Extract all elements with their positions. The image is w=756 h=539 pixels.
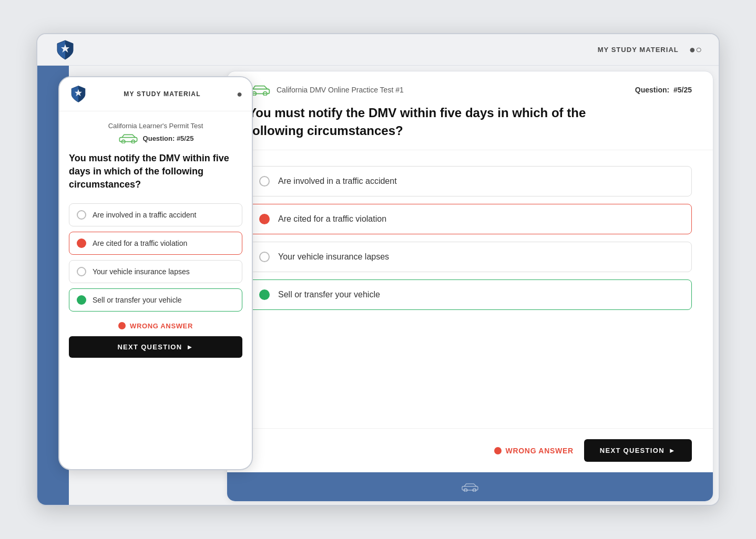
phone-radio-selected-wrong [77,239,86,248]
phone-answer-text-3: Your vehicle insurance lapses [93,267,190,276]
phone-radio-1 [77,210,86,220]
desktop-answer-option-2[interactable]: Are cited for a traffic violation [248,204,692,234]
phone-car-row: Question: #5/25 [69,133,242,143]
desktop-test-name-row: California DMV Online Practice Test #1 [248,84,404,96]
nav-study-material-label: MY STUDY MATERIAL [598,46,679,54]
desktop-radio-correct [259,289,270,300]
desktop-radio-1 [259,176,270,186]
desktop-radio-wrong [259,214,270,224]
desktop-quiz-panel: California DMV Online Practice Test #1 Q… [227,71,713,502]
phone-answer-option-4[interactable]: Sell or transfer your vehicle [69,288,242,312]
desktop-bottom-car-icon [461,482,479,492]
phone-user-icon[interactable]: ● [237,89,242,100]
desktop-next-question-button[interactable]: NEXT QUESTION ► [584,439,692,462]
desktop-question-num: #5/25 [673,86,692,94]
desktop-test-name-label: California DMV Online Practice Test #1 [277,86,404,94]
phone-radio-3 [77,267,86,276]
desktop-test-meta: California DMV Online Practice Test #1 Q… [248,84,692,96]
desktop-answer-text-1: Are involved in a traffic accident [278,177,397,186]
phone-answer-option-2[interactable]: Are cited for a traffic violation [69,232,242,255]
desktop-answer-text-3: Your vehicle insurance lapses [278,252,389,262]
phone-next-arrow-icon: ► [186,343,193,351]
phone-body: California Learner's Permit Test Questio… [59,111,252,368]
phone-test-name: California Learner's Permit Test [69,122,242,130]
desktop-answer-text-2: Are cited for a traffic violation [278,214,386,224]
phone-wrong-answer-indicator: WRONG ANSWER [118,322,193,330]
phone-test-header: California Learner's Permit Test Questio… [69,122,242,143]
phone-title-label: MY STUDY MATERIAL [124,90,200,98]
desktop-answer-option-4[interactable]: Sell or transfer your vehicle [248,279,692,310]
phone-question-text: You must notify the DMV within five days… [69,152,242,192]
car-icon [118,133,139,143]
phone-question-label: Question: #5/25 [143,134,194,142]
app-logo-icon [54,39,76,61]
desktop-footer: WRONG ANSWER NEXT QUESTION ► [227,428,713,472]
desktop-wrong-answer-indicator: WRONG ANSWER [494,447,574,455]
desktop-next-arrow-icon: ► [669,447,676,454]
outer-nav-right: MY STUDY MATERIAL ●○ [598,44,702,56]
phone-radio-correct [77,295,86,305]
outer-device-frame: MY STUDY MATERIAL ●○ MY STUDY MATERIAL ● [36,33,720,506]
phone-answer-option-3[interactable]: Your vehicle insurance lapses [69,260,242,283]
main-content-area: MY STUDY MATERIAL ● California Learner's… [37,66,719,506]
desktop-wrong-answer-label: WRONG ANSWER [506,447,574,455]
desktop-answers-area: Are involved in a traffic accident Are c… [227,150,713,428]
outer-topbar: MY STUDY MATERIAL ●○ [37,34,719,66]
desktop-answer-option-1[interactable]: Are involved in a traffic accident [248,166,692,196]
phone-answer-text-4: Sell or transfer your vehicle [93,296,182,304]
phone-answer-text-1: Are involved in a traffic accident [93,211,196,219]
phone-topbar: MY STUDY MATERIAL ● [59,77,252,111]
phone-app-logo-icon [69,85,88,103]
phone-answer-text-2: Are cited for a traffic violation [93,239,187,247]
desktop-panel-header: California DMV Online Practice Test #1 Q… [227,71,713,150]
phone-device-mockup: MY STUDY MATERIAL ● California Learner's… [58,76,253,470]
desktop-wrong-dot-icon [494,447,502,454]
desktop-question-text: You must notify the DMV within five days… [248,104,616,139]
user-profile-icon[interactable]: ●○ [689,44,702,56]
phone-answer-option-1[interactable]: Are involved in a traffic accident [69,203,242,226]
phone-next-question-button[interactable]: NEXT QUESTION ► [69,336,242,358]
desktop-question-counter: Question: #5/25 [635,86,692,94]
desktop-bottom-bar [227,472,713,501]
phone-footer: WRONG ANSWER NEXT QUESTION ► [69,322,242,358]
phone-question-number: #5/25 [177,134,194,142]
phone-wrong-answer-label: WRONG ANSWER [130,322,193,330]
desktop-radio-3 [259,252,270,262]
phone-wrong-dot-icon [118,322,126,329]
desktop-answer-option-3[interactable]: Your vehicle insurance lapses [248,242,692,272]
desktop-answer-text-4: Sell or transfer your vehicle [278,290,380,299]
